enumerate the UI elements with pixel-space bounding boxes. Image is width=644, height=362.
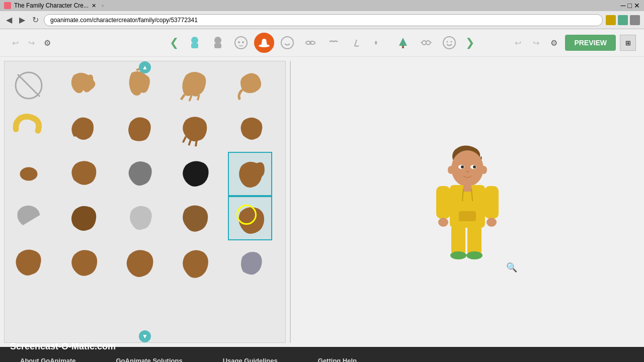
url-bar[interactable]: [44, 14, 603, 26]
grid-view-btn[interactable]: ⊞: [620, 35, 636, 51]
svg-point-13: [422, 41, 426, 45]
hair-none[interactable]: [7, 63, 51, 108]
preview-btn[interactable]: PREVIEW: [565, 35, 616, 51]
hair-item-19[interactable]: [228, 196, 272, 240]
hair-item-10[interactable]: [7, 152, 51, 196]
category-btn-ears[interactable]: [370, 33, 390, 53]
svg-point-28: [473, 165, 476, 168]
maximize-btn[interactable]: □: [628, 2, 632, 10]
svg-point-27: [461, 165, 464, 168]
forward-btn[interactable]: ▶: [17, 14, 27, 26]
hair-item-20[interactable]: [7, 240, 51, 285]
svg-point-0: [191, 37, 198, 44]
svg-rect-12: [402, 46, 404, 48]
category-btn-body[interactable]: [185, 33, 205, 53]
svg-point-19: [447, 41, 448, 43]
zoom-btn[interactable]: 🔍: [506, 261, 518, 274]
svg-point-6: [242, 41, 244, 43]
svg-rect-32: [463, 184, 471, 192]
category-btn-pants[interactable]: [208, 33, 228, 53]
hair-item-18[interactable]: [173, 196, 217, 240]
svg-point-42: [450, 251, 466, 259]
svg-point-43: [466, 251, 482, 259]
svg-point-38: [438, 218, 448, 227]
close-btn[interactable]: ✕: [634, 2, 640, 10]
hair-item-7[interactable]: [117, 108, 162, 152]
category-btn-hat[interactable]: [254, 33, 274, 53]
hair-item-6[interactable]: [62, 108, 106, 152]
footer-about-title: About GoAnimate: [20, 357, 76, 362]
undo-btn[interactable]: ↩: [8, 36, 22, 50]
svg-line-17: [430, 42, 432, 43]
toolbar-right: ↩ ↪ ⚙ PREVIEW ⊞: [511, 35, 636, 51]
tab-close[interactable]: ✕: [92, 3, 96, 9]
hair-item-24[interactable]: [228, 240, 272, 285]
toolbar: ↩ ↪ ⚙ ❮: [0, 29, 644, 57]
footer-usage-title: Usage Guidelines: [223, 357, 278, 362]
hair-item-21[interactable]: [62, 240, 106, 285]
category-btn-tree[interactable]: [393, 33, 413, 53]
footer-col-help: Getting Help Video Maker Tips: [318, 357, 365, 362]
browser-chrome: The Family Character Cre... ✕ + ─ □ ✕ ◀ …: [0, 0, 644, 29]
hair-item-16[interactable]: [62, 196, 106, 240]
hair-item-23[interactable]: [173, 240, 217, 285]
svg-point-39: [487, 218, 497, 227]
svg-line-22: [18, 74, 40, 97]
svg-point-8: [281, 37, 293, 49]
star-icon[interactable]: [606, 15, 616, 25]
back-btn[interactable]: ◀: [4, 14, 14, 26]
next-category-btn[interactable]: ❯: [462, 35, 477, 50]
svg-rect-41: [467, 226, 481, 254]
scroll-down-btn[interactable]: ▼: [139, 330, 151, 342]
toolbar-left: ↩ ↪ ⚙: [8, 36, 54, 50]
refresh-btn[interactable]: ↻: [30, 14, 41, 26]
footer-solutions-title: GoAnimate Solutions: [116, 357, 183, 362]
hair-item-3[interactable]: [173, 63, 217, 108]
hair-item-1[interactable]: [62, 63, 106, 108]
preview-panel: 🔍: [291, 57, 644, 347]
svg-point-14: [426, 41, 430, 45]
hair-item-12[interactable]: [117, 152, 162, 196]
svg-point-23: [20, 167, 38, 180]
svg-line-16: [421, 42, 422, 43]
settings-btn[interactable]: ⚙: [40, 36, 54, 50]
hair-item-22[interactable]: [117, 240, 162, 285]
main-content: ↩ ↪ ⚙ ❮: [0, 29, 644, 347]
redo-btn[interactable]: ↪: [24, 36, 38, 50]
category-btn-face[interactable]: [231, 33, 251, 53]
hair-item-9[interactable]: [228, 108, 272, 152]
svg-point-4: [235, 37, 247, 49]
svg-point-18: [443, 37, 455, 49]
hair-item-17[interactable]: [117, 196, 162, 240]
category-btn-eyes[interactable]: [300, 33, 320, 53]
hair-item-8[interactable]: [173, 108, 217, 152]
hair-item-13[interactable]: [173, 152, 217, 196]
character-preview: 🔍: [422, 131, 513, 274]
hair-item-15[interactable]: [7, 196, 51, 240]
title-bar: The Family Character Cre... ✕ + ─ □ ✕: [0, 0, 644, 11]
undo2-btn[interactable]: ↩: [511, 36, 525, 50]
category-btn-glasses[interactable]: [416, 33, 436, 53]
category-btn-nose[interactable]: [347, 33, 367, 53]
category-btn-mouth[interactable]: [277, 33, 297, 53]
redo2-btn[interactable]: ↪: [529, 36, 543, 50]
svg-marker-11: [399, 38, 407, 46]
hair-item-11[interactable]: [62, 152, 106, 196]
browser-nav-icons: [606, 15, 640, 25]
bookmark-icon[interactable]: [618, 15, 628, 25]
footer-col-about: About GoAnimate Who we are: [20, 357, 76, 362]
title-bar-left: The Family Character Cre... ✕ +: [4, 2, 104, 9]
minimize-btn[interactable]: ─: [621, 2, 626, 10]
menu-icon[interactable]: [630, 15, 640, 25]
hair-item-5[interactable]: [7, 108, 51, 152]
prev-category-btn[interactable]: ❮: [167, 35, 182, 50]
category-btn-smile[interactable]: [439, 33, 459, 53]
scroll-up-btn[interactable]: ▲: [139, 61, 151, 73]
svg-point-30: [481, 166, 487, 174]
character-svg: [422, 131, 513, 272]
settings2-btn[interactable]: ⚙: [547, 36, 561, 50]
nav-bar: ◀ ▶ ↻: [0, 11, 644, 29]
hair-item-14[interactable]: [228, 152, 272, 196]
hair-item-4[interactable]: [228, 63, 272, 108]
category-btn-brows[interactable]: [324, 33, 344, 53]
